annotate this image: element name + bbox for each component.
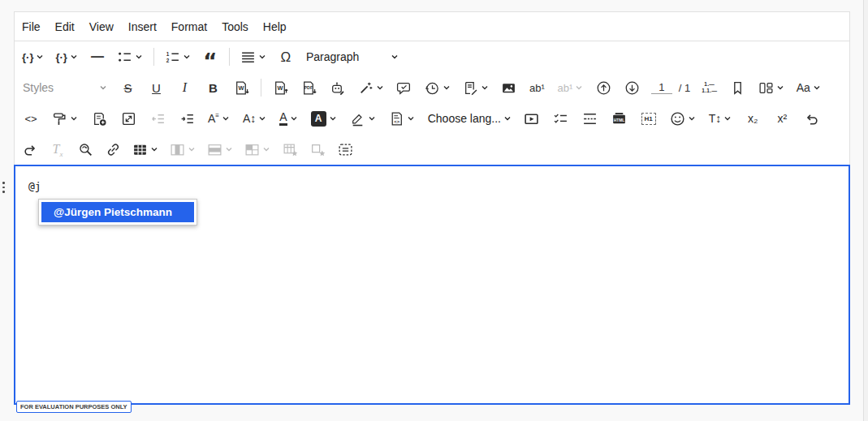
previous-page-icon[interactable]	[594, 76, 613, 99]
select-all-icon[interactable]	[335, 138, 355, 161]
bookmark-icon[interactable]	[728, 76, 748, 99]
svg-text:PDF: PDF	[304, 85, 313, 90]
find-replace-icon[interactable]	[76, 138, 95, 161]
next-page-icon[interactable]	[622, 76, 641, 99]
menu-edit[interactable]: Edit	[48, 17, 82, 37]
page-indicator: 1/ 1	[651, 81, 690, 94]
table-column-icon	[168, 138, 197, 161]
blockquote-icon[interactable]: “	[201, 45, 220, 68]
chevron-down-icon	[225, 145, 233, 153]
template-icon[interactable]	[89, 107, 109, 130]
track-changes-icon[interactable]	[461, 76, 490, 99]
menu-file[interactable]: File	[15, 17, 48, 37]
menu-insert[interactable]: Insert	[121, 17, 164, 37]
toolbar-row-3: <>A≡A↕AA<>Choose lang...HTMLH1T↕x₂x²	[15, 103, 849, 134]
bullet-list-icon[interactable]	[115, 45, 145, 68]
highlight-icon[interactable]	[348, 107, 378, 130]
block-drag-handle-icon[interactable]	[2, 182, 5, 193]
magic-wand-icon[interactable]	[356, 76, 386, 99]
text-color-icon[interactable]: A	[278, 107, 299, 130]
table-icon[interactable]	[131, 138, 160, 161]
mention-option[interactable]: @Jürgen Pietschmann	[41, 202, 194, 222]
chevron-down-icon	[99, 84, 107, 92]
toolbar-divider	[153, 48, 154, 66]
media-icon[interactable]	[522, 107, 542, 130]
import-word-icon[interactable]: W	[271, 76, 291, 99]
chevron-down-icon	[258, 114, 266, 122]
page-number-input[interactable]: 1	[651, 81, 672, 94]
editor-text[interactable]: @j	[15, 166, 849, 192]
special-character-icon[interactable]: Ω	[276, 45, 296, 68]
underline-icon[interactable]: U	[147, 76, 166, 99]
format-painter-icon[interactable]	[50, 107, 80, 130]
chevron-down-icon	[135, 53, 143, 61]
svg-text:W: W	[277, 84, 283, 91]
source-code-icon[interactable]: <>	[21, 107, 41, 130]
editor-content-area[interactable]: @j @Jürgen Pietschmann	[14, 165, 850, 405]
chevron-down-icon	[503, 114, 512, 122]
toolbar-divider	[229, 48, 230, 66]
variables-icon[interactable]: {·}	[20, 45, 45, 68]
svg-text:HTML: HTML	[614, 118, 624, 122]
page-layout-icon[interactable]	[757, 76, 786, 99]
chevron-down-icon	[329, 114, 337, 122]
multilevel-list-icon[interactable]: 1.—1.1.—	[700, 76, 719, 99]
table-row-icon	[205, 138, 235, 161]
chevron-down-icon	[258, 53, 266, 61]
line-height-icon[interactable]: A↕	[241, 107, 268, 130]
page-total: / 1	[679, 82, 690, 94]
browser-scrollbar[interactable]	[863, 0, 868, 421]
chevron-down-icon	[776, 84, 784, 92]
chevron-down-icon	[376, 84, 384, 92]
chevron-down-icon	[443, 84, 451, 92]
code-block-icon[interactable]: <>	[387, 107, 417, 130]
export-pdf-icon[interactable]: PDF	[300, 76, 319, 99]
image-icon[interactable]	[499, 76, 519, 99]
menu-tools[interactable]: Tools	[214, 17, 256, 37]
superscript-icon[interactable]: x²	[772, 107, 792, 130]
horizontal-rule-icon[interactable]: —	[88, 45, 107, 68]
comments-icon[interactable]	[395, 76, 414, 99]
export-word-icon[interactable]: W	[232, 76, 252, 99]
chevron-down-icon	[188, 145, 196, 153]
font-size-icon[interactable]: A≡	[206, 107, 231, 130]
emoji-icon[interactable]	[668, 107, 697, 130]
subscript-icon[interactable]: x₂	[743, 107, 762, 130]
smart-variables-icon[interactable]: {·}	[54, 45, 79, 68]
case-change-icon[interactable]: Aa	[795, 76, 823, 99]
chevron-down-icon	[36, 53, 44, 61]
chevron-down-icon	[290, 114, 298, 122]
page-break-icon[interactable]	[581, 107, 600, 130]
ai-assistant-icon[interactable]	[328, 76, 348, 99]
background-color-icon[interactable]: A	[309, 107, 339, 130]
outdent-icon	[148, 107, 167, 130]
footnote-icon[interactable]: ab¹	[528, 76, 547, 99]
paragraph-format-select[interactable]: Paragraph	[303, 45, 402, 68]
menu-format[interactable]: Format	[164, 17, 214, 37]
styles-select[interactable]: Styles	[19, 76, 110, 99]
strikethrough-icon[interactable]: S	[119, 76, 138, 99]
chevron-down-icon	[391, 53, 399, 61]
menu-view[interactable]: View	[82, 17, 121, 37]
bold-icon[interactable]: B	[204, 76, 223, 99]
link-icon[interactable]	[103, 138, 123, 161]
italic-icon[interactable]: I	[175, 76, 195, 99]
numbered-list-icon[interactable]: 12	[163, 45, 192, 68]
text-direction-icon[interactable]: T↕	[707, 107, 734, 130]
undo-icon[interactable]	[801, 107, 821, 130]
language-select[interactable]: Choose lang...	[425, 107, 514, 130]
revision-history-icon[interactable]	[423, 76, 452, 99]
svg-text:2: 2	[166, 57, 170, 62]
fullscreen-icon[interactable]	[119, 107, 138, 130]
html-embed-icon[interactable]: HTML	[610, 107, 629, 130]
checklist-icon[interactable]	[551, 107, 571, 130]
chevron-down-icon	[262, 145, 270, 153]
redo-icon[interactable]	[20, 138, 40, 161]
indent-icon[interactable]	[177, 107, 196, 130]
menu-help[interactable]: Help	[256, 17, 294, 37]
heading-block-icon[interactable]: H1	[639, 107, 659, 130]
mention-dropdown: @Jürgen Pietschmann	[38, 199, 197, 226]
align-icon[interactable]	[239, 45, 268, 68]
svg-text:W: W	[238, 84, 244, 91]
chevron-down-icon	[368, 114, 376, 122]
